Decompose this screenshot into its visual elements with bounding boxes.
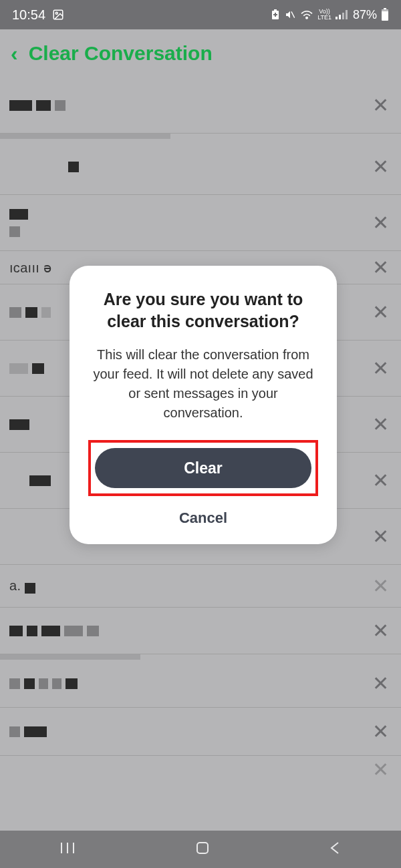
recents-icon[interactable]	[59, 841, 76, 857]
system-navbar	[0, 831, 401, 868]
home-icon[interactable]	[194, 840, 211, 859]
back-nav-icon[interactable]	[329, 841, 342, 858]
dialog-body: This will clear the conversation from yo…	[88, 345, 318, 423]
modal-backdrop: Are you sure you want to clear this conv…	[0, 0, 401, 868]
clear-button[interactable]: Clear	[95, 448, 311, 488]
annotation-highlight: Clear	[88, 440, 318, 496]
cancel-button[interactable]: Cancel	[179, 509, 227, 527]
confirm-dialog: Are you sure you want to clear this conv…	[70, 266, 337, 544]
dialog-title: Are you sure you want to clear this conv…	[88, 288, 318, 332]
svg-rect-18	[197, 843, 208, 853]
